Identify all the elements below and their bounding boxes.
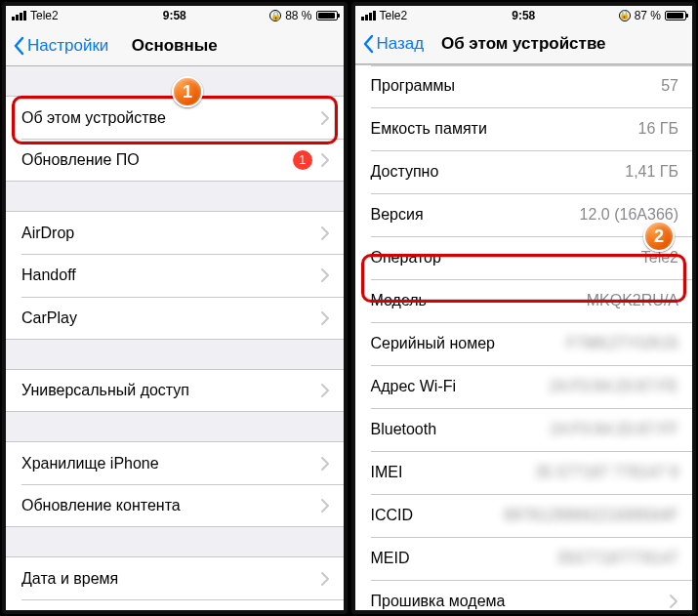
row-wifi[interactable]: Адрес Wi-Fi 24:F0:94:20:87:FE bbox=[355, 365, 693, 408]
chevron-right-icon bbox=[320, 383, 330, 398]
row-version[interactable]: Версия 12.0 (16A366) bbox=[355, 193, 693, 236]
row-accessibility[interactable]: Универсальный доступ bbox=[6, 369, 344, 412]
page-title: Об этом устройстве bbox=[441, 34, 606, 54]
status-bar: Tele2 9:58 🔒 87 % bbox=[355, 6, 693, 25]
row-label: Дата и время bbox=[21, 570, 312, 588]
chevron-right-icon bbox=[320, 110, 330, 126]
row-value: 8978129866221688564F bbox=[504, 507, 678, 524]
row-value: 35 577187 778147 9 bbox=[535, 464, 678, 481]
row-label: Доступно bbox=[371, 163, 626, 181]
row-available[interactable]: Доступно 1,41 ГБ bbox=[355, 150, 693, 193]
battery-icon bbox=[665, 11, 686, 21]
row-label: MEID bbox=[371, 550, 557, 567]
signal-icon bbox=[361, 11, 376, 21]
about-list[interactable]: Программы 57 Емкость памяти 16 ГБ Доступ… bbox=[355, 64, 693, 610]
row-value: 12.0 (16A366) bbox=[580, 206, 678, 224]
row-value: 24:F0:94:20:87:FF bbox=[550, 421, 678, 438]
row-label: CarPlay bbox=[21, 309, 312, 327]
chevron-right-icon bbox=[320, 456, 330, 472]
update-badge: 1 bbox=[293, 150, 312, 170]
row-keyboard[interactable]: Клавиатура bbox=[6, 599, 344, 610]
row-carrier[interactable]: Оператор Tele2 bbox=[355, 236, 693, 279]
row-handoff[interactable]: Handoff bbox=[6, 254, 344, 297]
row-iccid[interactable]: ICCID 8978129866221688564F bbox=[355, 494, 693, 537]
status-bar: Tele2 9:58 🔒 88 % bbox=[6, 6, 344, 26]
right-phone: Tele2 9:58 🔒 87 % Назад Об этом устройст… bbox=[351, 2, 697, 614]
chevron-right-icon bbox=[320, 498, 330, 513]
row-meid[interactable]: MEID 35577187778147 bbox=[355, 537, 693, 580]
row-storage[interactable]: Хранилище iPhone bbox=[6, 441, 344, 484]
row-label: AirDrop bbox=[21, 225, 312, 242]
row-label: Программы bbox=[371, 77, 662, 95]
row-value: 35577187778147 bbox=[556, 550, 678, 567]
row-label: Хранилище iPhone bbox=[21, 455, 312, 472]
battery-percent: 88 % bbox=[285, 9, 311, 22]
battery-percent: 87 % bbox=[635, 9, 661, 22]
nav-bar: Настройки Основные bbox=[6, 26, 344, 67]
nav-bar: Назад Об этом устройстве bbox=[355, 25, 693, 64]
row-label: Обновление ПО bbox=[21, 151, 293, 169]
back-button[interactable]: Настройки bbox=[6, 36, 108, 56]
back-button[interactable]: Назад bbox=[355, 34, 425, 54]
row-label: Универсальный доступ bbox=[21, 382, 312, 399]
row-model[interactable]: Модель MKQK2RU/A bbox=[355, 279, 693, 322]
row-value: 16 ГБ bbox=[638, 120, 678, 138]
carrier-label: Tele2 bbox=[380, 9, 408, 22]
carrier-label: Tele2 bbox=[30, 9, 59, 22]
battery-icon bbox=[316, 11, 338, 21]
clock: 9:58 bbox=[512, 9, 535, 22]
chevron-left-icon bbox=[361, 34, 375, 54]
row-label: Handoff bbox=[21, 267, 312, 284]
row-label: Bluetooth bbox=[371, 421, 551, 438]
row-carplay[interactable]: CarPlay bbox=[6, 297, 344, 340]
row-background-refresh[interactable]: Обновление контента bbox=[6, 484, 344, 527]
chevron-right-icon bbox=[320, 226, 330, 241]
row-label: Прошивка модема bbox=[371, 593, 662, 610]
row-value: 24:F0:94:20:87:FE bbox=[549, 378, 678, 395]
rotation-lock-icon: 🔒 bbox=[619, 10, 631, 21]
chevron-right-icon bbox=[320, 571, 330, 587]
left-phone: Tele2 9:58 🔒 88 % Настройки Основные Об … bbox=[2, 2, 348, 614]
row-serial[interactable]: Серийный номер F7MK2TYGRJS bbox=[355, 322, 693, 365]
row-capacity[interactable]: Емкость памяти 16 ГБ bbox=[355, 107, 693, 150]
row-label: Версия bbox=[371, 206, 580, 224]
row-label: Обновление контента bbox=[21, 497, 312, 514]
row-airdrop[interactable]: AirDrop bbox=[6, 211, 344, 254]
row-value: F7MK2TYGRJS bbox=[566, 335, 678, 352]
row-date-time[interactable]: Дата и время bbox=[6, 556, 344, 599]
row-about[interactable]: Об этом устройстве bbox=[6, 96, 344, 139]
row-label: Емкость памяти bbox=[371, 120, 638, 138]
row-software-update[interactable]: Обновление ПО 1 bbox=[6, 139, 344, 182]
signal-icon bbox=[12, 11, 26, 21]
back-label: Настройки bbox=[27, 36, 108, 56]
chevron-right-icon bbox=[669, 594, 678, 609]
row-label: Модель bbox=[371, 292, 587, 309]
chevron-left-icon bbox=[12, 36, 25, 56]
row-apps[interactable]: Программы 57 bbox=[355, 64, 693, 107]
row-imei[interactable]: IMEI 35 577187 778147 9 bbox=[355, 451, 693, 494]
settings-list[interactable]: Об этом устройстве Обновление ПО 1 AirDr… bbox=[6, 66, 344, 610]
back-label: Назад bbox=[377, 34, 425, 54]
row-label: Серийный номер bbox=[371, 335, 567, 352]
chevron-right-icon bbox=[320, 267, 330, 283]
row-value: 1,41 ГБ bbox=[625, 163, 678, 181]
row-label: Оператор bbox=[371, 249, 641, 267]
row-label: Об этом устройстве bbox=[21, 109, 312, 127]
chevron-right-icon bbox=[320, 152, 330, 168]
row-bluetooth[interactable]: Bluetooth 24:F0:94:20:87:FF bbox=[355, 408, 693, 451]
row-modem[interactable]: Прошивка модема bbox=[355, 580, 693, 610]
chevron-right-icon bbox=[320, 310, 330, 326]
row-value: Tele2 bbox=[641, 249, 678, 267]
page-title: Основные bbox=[132, 36, 218, 56]
row-label: Адрес Wi-Fi bbox=[371, 378, 550, 395]
row-label: ICCID bbox=[371, 507, 505, 524]
row-value: 57 bbox=[661, 77, 678, 95]
row-label: IMEI bbox=[371, 464, 536, 481]
rotation-lock-icon: 🔒 bbox=[269, 10, 281, 21]
row-value: MKQK2RU/A bbox=[587, 292, 678, 309]
clock: 9:58 bbox=[163, 9, 186, 22]
